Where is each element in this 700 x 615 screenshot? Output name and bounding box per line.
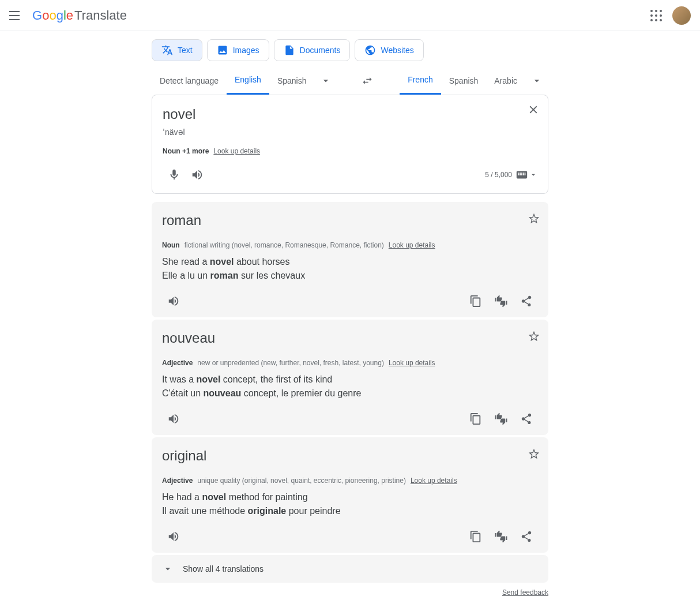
share-icon	[520, 412, 533, 425]
result-desc: fictional writing (novel, romance, Roman…	[185, 241, 384, 249]
result-pos: Adjective	[162, 359, 193, 367]
rate-translation-button[interactable]	[490, 290, 513, 313]
swap-icon	[362, 75, 373, 87]
apps-grid-icon[interactable]	[649, 9, 663, 22]
listen-translation-button[interactable]	[162, 407, 185, 430]
result-title: roman	[162, 212, 538, 228]
copy-translation-button[interactable]	[464, 407, 487, 430]
target-lang-spanish[interactable]: Spanish	[441, 67, 487, 95]
char-counter: 5 / 5,000	[485, 171, 512, 179]
source-lang-english[interactable]: English	[227, 67, 269, 95]
share-icon	[520, 295, 533, 308]
mode-text-label: Text	[178, 46, 193, 55]
show-all-translations-button[interactable]: Show all 4 translations	[152, 555, 548, 583]
copy-icon	[469, 530, 482, 543]
hamburger-menu-icon[interactable]	[9, 9, 23, 22]
mode-text-tab[interactable]: Text	[152, 39, 202, 61]
result-card: original Adjective unique quality (origi…	[152, 437, 548, 553]
chevron-down-icon	[529, 171, 537, 179]
document-icon	[284, 44, 295, 56]
svg-point-0	[650, 10, 653, 12]
globe-icon	[364, 44, 376, 56]
mode-images-label: Images	[233, 46, 259, 55]
listen-source-button[interactable]	[186, 163, 209, 186]
clear-input-button[interactable]	[527, 103, 540, 118]
result-card: nouveau Adjective new or unpredented (ne…	[152, 320, 548, 435]
listen-translation-button[interactable]	[162, 290, 185, 313]
svg-point-1	[655, 10, 657, 12]
chevron-down-icon	[531, 75, 543, 87]
source-lang-detect[interactable]: Detect language	[152, 67, 227, 95]
share-translation-button[interactable]	[515, 407, 538, 430]
swap-languages-button[interactable]	[356, 69, 379, 92]
example-english: She read a novel about horses	[162, 255, 538, 269]
mode-documents-tab[interactable]: Documents	[274, 39, 351, 61]
svg-point-4	[655, 14, 657, 17]
thumbs-icon	[495, 530, 507, 543]
source-lang-more-button[interactable]	[314, 69, 337, 92]
target-lang-french[interactable]: French	[400, 67, 441, 95]
mode-images-tab[interactable]: Images	[207, 39, 269, 61]
result-lookup-link[interactable]: Look up details	[411, 477, 457, 485]
show-all-label: Show all 4 translations	[183, 564, 264, 573]
copy-translation-button[interactable]	[464, 525, 487, 548]
mode-websites-tab[interactable]: Websites	[355, 39, 423, 61]
share-icon	[520, 530, 533, 543]
share-translation-button[interactable]	[515, 525, 538, 548]
copy-translation-button[interactable]	[464, 290, 487, 313]
target-lang-more-button[interactable]	[525, 69, 548, 92]
svg-point-7	[655, 19, 657, 21]
google-translate-logo[interactable]: Google Translate	[32, 8, 127, 23]
result-desc: unique quality (original, novel, quaint,…	[197, 477, 406, 485]
result-title: original	[162, 448, 538, 464]
profile-avatar[interactable]	[672, 6, 691, 25]
share-translation-button[interactable]	[515, 290, 538, 313]
svg-point-3	[650, 14, 653, 17]
star-outline-icon	[528, 330, 540, 343]
speaker-icon	[167, 412, 180, 425]
speaker-icon	[167, 530, 180, 543]
result-lookup-link[interactable]: Look up details	[389, 241, 435, 249]
star-outline-icon	[528, 212, 540, 225]
save-translation-button[interactable]	[528, 330, 540, 345]
result-desc: new or unpredented (new, further, novel,…	[197, 359, 384, 367]
mic-button[interactable]	[163, 163, 186, 186]
source-lookup-link[interactable]: Look up details	[213, 147, 260, 155]
thumbs-icon	[495, 412, 507, 425]
translate-label: Translate	[74, 8, 127, 23]
rate-translation-button[interactable]	[490, 407, 513, 430]
chevron-down-icon	[162, 563, 174, 575]
speaker-icon	[191, 168, 204, 181]
save-translation-button[interactable]	[528, 448, 540, 463]
result-lookup-link[interactable]: Look up details	[389, 359, 435, 367]
rate-translation-button[interactable]	[490, 525, 513, 548]
thumbs-icon	[495, 295, 507, 308]
svg-point-5	[660, 14, 662, 17]
mode-documents-label: Documents	[300, 46, 341, 55]
source-lang-spanish[interactable]: Spanish	[269, 67, 315, 95]
language-bar: Detect language English Spanish French S…	[152, 67, 548, 95]
result-pos: Noun	[162, 241, 180, 249]
send-feedback-link[interactable]: Send feedback	[152, 588, 548, 597]
save-translation-button[interactable]	[528, 212, 540, 227]
source-pronunciation: ˈnävəl	[163, 127, 537, 137]
keyboard-icon	[515, 168, 528, 181]
example-english: He had a novel method for painting	[162, 490, 538, 504]
result-pos: Adjective	[162, 477, 193, 485]
listen-translation-button[interactable]	[162, 525, 185, 548]
speaker-icon	[167, 295, 180, 308]
image-icon	[217, 44, 228, 56]
keyboard-button[interactable]	[515, 168, 537, 181]
translate-icon	[161, 44, 173, 56]
source-text-input[interactable]: novel	[163, 104, 537, 124]
chevron-down-icon	[320, 75, 332, 87]
target-lang-arabic[interactable]: Arabic	[486, 67, 525, 95]
close-icon	[527, 103, 540, 116]
mode-tabs: Text Images Documents Websites	[152, 39, 548, 61]
mode-websites-label: Websites	[381, 46, 413, 55]
example-french: Elle a lu un roman sur les chevaux	[162, 269, 538, 283]
example-english: It was a novel concept, the first of its…	[162, 373, 538, 387]
source-card: novel ˈnävəl Noun +1 more Look up detail…	[152, 95, 548, 194]
copy-icon	[469, 412, 482, 425]
example-french: C'était un nouveau concept, le premier d…	[162, 387, 538, 400]
